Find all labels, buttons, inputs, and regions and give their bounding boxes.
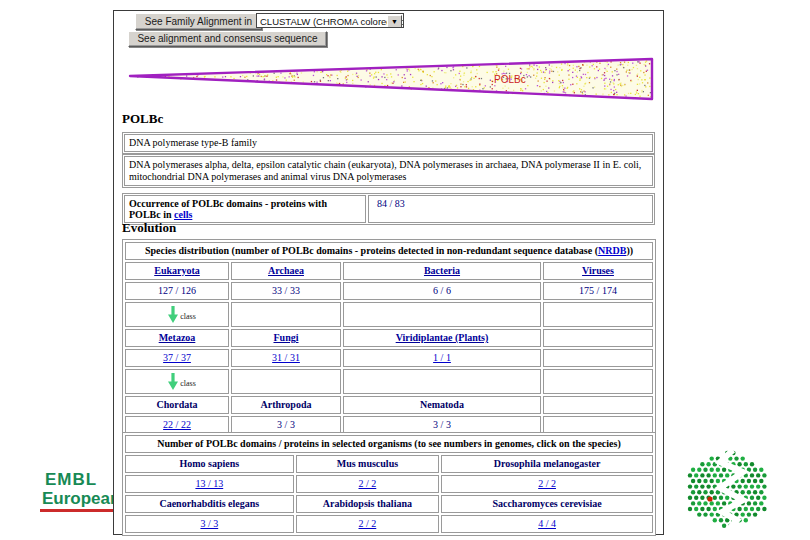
selected-organisms-table: Number of POLBc domains / proteins in se… bbox=[122, 432, 656, 536]
nematoda-header: Nematoda bbox=[343, 396, 541, 414]
arabidopsis-count-link[interactable]: 2 / 2 bbox=[359, 518, 377, 529]
description-box: DNA polymerases alpha, delta, epsilon ca… bbox=[122, 154, 655, 188]
viridiplantae-link[interactable]: Viridiplantae (Plants) bbox=[396, 332, 489, 343]
arabidopsis-header[interactable]: Arabidopsis thaliana bbox=[296, 495, 440, 513]
eukaryota-count: 127 / 126 bbox=[125, 282, 229, 300]
chordata-header: Chordata bbox=[125, 396, 229, 414]
kingdom-viruses-link[interactable]: Viruses bbox=[582, 265, 614, 276]
organisms-table-caption: Number of POLBc domains / proteins in se… bbox=[125, 435, 653, 453]
chordata-count-link[interactable]: 22 / 22 bbox=[163, 419, 191, 430]
cells-link[interactable]: cells bbox=[174, 209, 192, 220]
occurrence-value: 84 / 83 bbox=[368, 195, 653, 223]
fungi-link[interactable]: Fungi bbox=[273, 332, 298, 343]
see-family-alignment-button[interactable]: See Family Alignment in bbox=[135, 13, 262, 30]
bacteria-count: 6 / 6 bbox=[343, 282, 541, 300]
caption-suffix: )) bbox=[626, 245, 633, 256]
caption-text: Species distribution (number of POLBc do… bbox=[145, 245, 598, 256]
browser-window: See Family Alignment in CLUSTALW (CHROMA… bbox=[113, 10, 664, 535]
family-alignment-wedge-image: POLBc bbox=[122, 56, 657, 103]
mus-musculus-header[interactable]: Mus musculus bbox=[296, 455, 440, 473]
page-title: POLBc bbox=[122, 111, 163, 127]
occurrence-box: Occurrence of POLBc domains - proteins w… bbox=[122, 193, 655, 225]
c-elegans-header[interactable]: Caenorhabditis elegans bbox=[125, 495, 294, 513]
green-down-arrow-icon bbox=[168, 373, 178, 390]
class-arrow-label: class bbox=[180, 312, 196, 321]
wedge-domain-label: POLBc bbox=[494, 74, 526, 85]
drosophila-header[interactable]: Drosophila melanogaster bbox=[441, 455, 653, 473]
s-cerevisiae-header[interactable]: Saccharomyces cerevisiae bbox=[441, 495, 653, 513]
embl-logo-text: EMBL bbox=[45, 470, 97, 490]
fungi-count-link[interactable]: 31 / 31 bbox=[272, 352, 300, 363]
species-table-caption: Species distribution (number of POLBc do… bbox=[125, 242, 653, 260]
occurrence-label: Occurrence of POLBc domains - proteins w… bbox=[124, 195, 366, 223]
mus-musculus-count-link[interactable]: 2 / 2 bbox=[359, 478, 377, 489]
viruses-count: 175 / 174 bbox=[543, 282, 653, 300]
viridiplantae-count-link[interactable]: 1 / 1 bbox=[433, 352, 451, 363]
see-consensus-button[interactable]: See alignment and consensus sequence bbox=[128, 31, 327, 47]
species-distribution-table: Species distribution (number of POLBc do… bbox=[122, 239, 656, 437]
family-text: DNA polymerase type-B family bbox=[124, 134, 653, 152]
alignment-format-value: CLUSTALW (CHROMA colored) format bbox=[260, 16, 404, 27]
metazoa-count-link[interactable]: 37 / 37 bbox=[163, 352, 191, 363]
evolution-heading: Evolution bbox=[122, 220, 176, 236]
green-down-arrow-icon bbox=[168, 306, 178, 323]
archaea-count: 33 / 33 bbox=[231, 282, 341, 300]
kingdom-bacteria-link[interactable]: Bacteria bbox=[424, 265, 460, 276]
c-elegans-count-link[interactable]: 3 / 3 bbox=[200, 518, 218, 529]
s-cerevisiae-count-link[interactable]: 4 / 4 bbox=[538, 518, 556, 529]
class-drilldown-cell: class bbox=[125, 369, 229, 394]
slide-canvas: { "toolbar": { "alignment_button": "See … bbox=[0, 0, 810, 540]
description-text: DNA polymerases alpha, delta, epsilon ca… bbox=[124, 156, 653, 186]
class-drilldown-cell: class bbox=[125, 302, 229, 327]
kingdom-archaea-link[interactable]: Archaea bbox=[268, 265, 304, 276]
hexagon-dot-logo bbox=[686, 450, 770, 530]
family-box: DNA polymerase type-B family bbox=[122, 132, 655, 154]
occurrence-label-text: Occurrence of POLBc domains - proteins w… bbox=[129, 198, 327, 220]
embl-red-rule bbox=[40, 509, 114, 512]
drosophila-count-link[interactable]: 2 / 2 bbox=[538, 478, 556, 489]
arthropoda-header: Arthropoda bbox=[231, 396, 341, 414]
homo-sapiens-count-link[interactable]: 13 / 13 bbox=[195, 478, 223, 489]
metazoa-link[interactable]: Metazoa bbox=[159, 332, 196, 343]
alignment-format-select[interactable]: CLUSTALW (CHROMA colored) format ▼ bbox=[256, 13, 404, 28]
class-arrow-label: class bbox=[180, 379, 196, 388]
kingdom-eukaryota-link[interactable]: Eukaryota bbox=[154, 265, 200, 276]
chevron-down-icon[interactable]: ▼ bbox=[387, 15, 402, 28]
homo-sapiens-header[interactable]: Homo sapiens bbox=[125, 455, 294, 473]
nrdb-link[interactable]: NRDB bbox=[598, 245, 626, 256]
